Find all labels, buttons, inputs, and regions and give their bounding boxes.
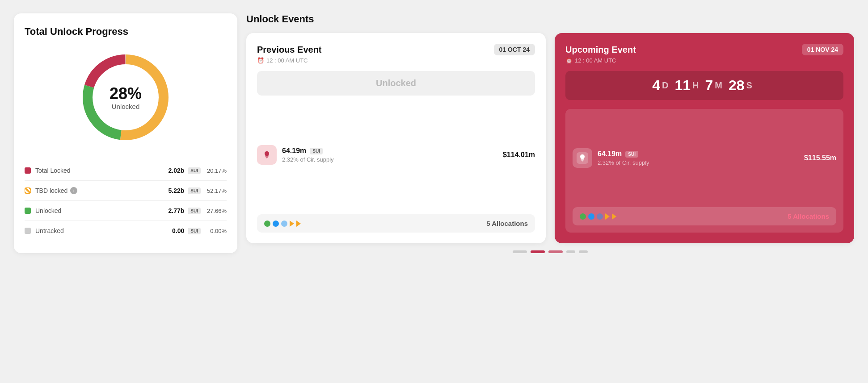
alloc-dot-blue-prev	[273, 221, 279, 227]
previous-token-usd: $114.01m	[503, 151, 535, 159]
countdown-minutes: 7	[705, 77, 713, 94]
alloc-arrow2-up	[612, 213, 616, 220]
previous-event-label: Previous Event	[257, 45, 322, 55]
scroll-dots	[246, 250, 854, 253]
legend-value-locked: 2.02b	[169, 167, 185, 174]
countdown-seconds-unit: S	[746, 80, 752, 91]
upcoming-token-icon	[573, 148, 592, 168]
alloc-dot-blue2-prev	[281, 221, 287, 227]
legend-value-untracked: 0.00	[172, 227, 184, 234]
donut-chart-container: 28% Unlocked	[25, 48, 227, 146]
legend-name-tbd: TBD locked i	[35, 187, 169, 194]
events-row: Previous Event 01 OCT 24 ⏰ 12 : 00 AM UT…	[246, 33, 854, 243]
countdown-timer: 4 D 11 H 7 M 28 S	[565, 71, 843, 100]
alloc-arrow2-prev	[296, 221, 301, 227]
legend-dot-unlocked	[25, 208, 31, 214]
previous-token-amount-row: 64.19m SUI	[282, 147, 497, 155]
alloc-arrow-up	[605, 213, 610, 220]
total-unlock-progress-card: Total Unlock Progress 28% Unlocked	[14, 13, 237, 253]
legend-dot-untracked	[25, 228, 31, 234]
upcoming-alloc-dots	[580, 213, 616, 220]
section-title: Unlock Events	[246, 13, 854, 25]
donut-chart: 28% Unlocked	[76, 48, 175, 146]
card-title: Total Unlock Progress	[25, 26, 227, 37]
scroll-dot-4[interactable]	[566, 250, 575, 253]
alloc-arrow-prev	[290, 221, 294, 227]
main-container: Total Unlock Progress 28% Unlocked	[14, 13, 854, 253]
previous-event-header: Previous Event 01 OCT 24	[257, 44, 535, 55]
legend-item-unlocked: Unlocked 2.77b SUI 27.66%	[25, 201, 227, 221]
legend-pct-untracked: 0.00%	[205, 228, 227, 234]
upcoming-token-usd: $115.55m	[804, 154, 836, 162]
sui-badge-unlocked: SUI	[188, 208, 201, 214]
legend-dot-tbd	[25, 187, 31, 194]
alloc-dot-blue2-up	[597, 213, 603, 220]
legend-dot-locked	[25, 167, 31, 174]
legend-pct-unlocked: 27.66%	[205, 208, 227, 214]
upcoming-event-card: Upcoming Event 01 NOV 24 ⏰ 12 : 00 AM UT…	[555, 33, 854, 243]
donut-percent: 28%	[110, 85, 142, 103]
previous-event-time: ⏰ 12 : 00 AM UTC	[257, 57, 535, 64]
alloc-dot-blue-up	[588, 213, 594, 220]
upcoming-event-date: 01 NOV 24	[802, 44, 843, 55]
countdown-days-unit: D	[662, 80, 668, 91]
countdown-days: 4	[652, 77, 660, 94]
legend-pct-tbd: 52.17%	[205, 187, 227, 194]
upcoming-token-amount-row: 64.19m SUI	[598, 150, 799, 158]
upcoming-event-header: Upcoming Event 01 NOV 24	[565, 44, 843, 55]
legend-name-unlocked: Unlocked	[35, 207, 169, 214]
upcoming-event-token-info: 64.19m SUI 2.32% of Cir. supply $115.55m	[573, 116, 836, 200]
legend-item-tbd: TBD locked i 5.22b SUI 52.17%	[25, 181, 227, 201]
legend-value-tbd: 5.22b	[169, 187, 185, 194]
upcoming-allocations-label: 5 Allocations	[788, 212, 829, 220]
previous-token-icon	[257, 145, 277, 165]
sui-logo-upcoming	[577, 152, 588, 164]
upcoming-inner-card: 64.19m SUI 2.32% of Cir. supply $115.55m	[565, 109, 843, 233]
countdown-minutes-unit: M	[715, 80, 722, 91]
upcoming-token-badge: SUI	[625, 151, 638, 158]
alloc-dot-green-prev	[264, 221, 270, 227]
legend-value-unlocked: 2.77b	[169, 207, 185, 214]
legend-name-locked: Total Locked	[35, 167, 169, 174]
previous-token-details: 64.19m SUI 2.32% of Cir. supply	[282, 147, 497, 163]
donut-center: 28% Unlocked	[110, 85, 142, 110]
upcoming-token-supply: 2.32% of Cir. supply	[598, 159, 799, 166]
tbd-info-icon[interactable]: i	[70, 187, 77, 194]
previous-token-amount: 64.19m	[282, 147, 306, 155]
legend-item-locked: Total Locked 2.02b SUI 20.17%	[25, 161, 227, 181]
legend-name-untracked: Untracked	[35, 227, 172, 234]
sui-badge-untracked: SUI	[188, 228, 201, 234]
clock-icon-upcoming: ⏰	[565, 57, 573, 64]
scroll-dot-2[interactable]	[531, 250, 545, 253]
upcoming-token-amount: 64.19m	[598, 150, 622, 158]
right-section: Unlock Events Previous Event 01 OCT 24 ⏰…	[246, 13, 854, 253]
upcoming-event-label: Upcoming Event	[565, 45, 636, 55]
sui-logo-prev	[261, 149, 273, 161]
countdown-hours: 11	[674, 77, 691, 94]
previous-token-supply: 2.32% of Cir. supply	[282, 156, 497, 163]
countdown-hours-unit: H	[692, 80, 699, 91]
legend-item-untracked: Untracked 0.00 SUI 0.00%	[25, 221, 227, 241]
donut-label: Unlocked	[110, 102, 142, 110]
scroll-dot-3[interactable]	[548, 250, 563, 253]
scroll-dot-1[interactable]	[513, 250, 527, 253]
previous-event-date: 01 OCT 24	[494, 44, 535, 55]
sui-badge-locked: SUI	[188, 167, 201, 174]
previous-allocations-row[interactable]: 5 Allocations	[257, 214, 535, 233]
upcoming-token-details: 64.19m SUI 2.32% of Cir. supply	[598, 150, 799, 166]
previous-event-card: Previous Event 01 OCT 24 ⏰ 12 : 00 AM UT…	[246, 33, 546, 243]
upcoming-allocations-row[interactable]: 5 Allocations	[573, 207, 836, 225]
sui-badge-tbd: SUI	[188, 187, 201, 194]
countdown-seconds: 28	[729, 77, 745, 94]
clock-icon-prev: ⏰	[257, 57, 264, 64]
upcoming-event-time: ⏰ 12 : 00 AM UTC	[565, 57, 843, 64]
legend: Total Locked 2.02b SUI 20.17% TBD locked…	[25, 161, 227, 241]
previous-token-badge: SUI	[310, 148, 323, 154]
previous-alloc-dots	[264, 221, 301, 227]
alloc-dot-green-up	[580, 213, 586, 220]
previous-event-token-info: 64.19m SUI 2.32% of Cir. supply $114.01m	[257, 104, 535, 205]
legend-pct-locked: 20.17%	[205, 167, 227, 174]
unlocked-status-button: Unlocked	[257, 71, 535, 96]
scroll-dot-5[interactable]	[579, 250, 588, 253]
previous-allocations-label: 5 Allocations	[486, 220, 528, 227]
